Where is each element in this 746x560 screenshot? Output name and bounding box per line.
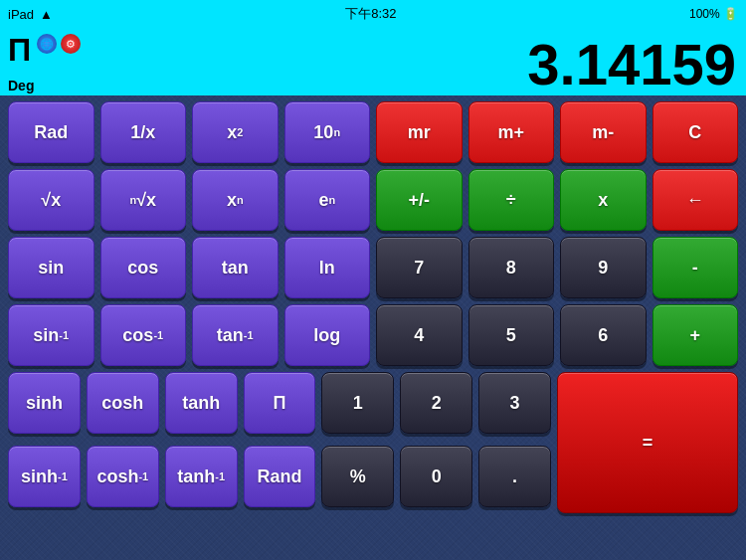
atan-button[interactable]: tan-1 — [192, 304, 279, 366]
one-button[interactable]: 1 — [321, 372, 394, 434]
tan-button[interactable]: tan — [192, 237, 279, 298]
nine-button[interactable]: 9 — [560, 237, 647, 298]
acosh-button[interactable]: cosh-1 — [87, 446, 159, 507]
equals-button[interactable]: = — [557, 372, 738, 513]
display-pi-symbol: Π — [8, 32, 31, 66]
six-button[interactable]: 6 — [560, 304, 647, 366]
wifi-icon: ▲ — [40, 7, 53, 22]
rand-button[interactable]: Rand — [244, 446, 316, 507]
eight-button[interactable]: 8 — [468, 237, 555, 298]
device-label: iPad — [8, 7, 34, 22]
button-row-5: sinh cosh tanh Π 1 2 3 — [8, 372, 551, 434]
button-rows-5-6: sinh cosh tanh Π 1 2 3 sinh-1 cosh-1 tan… — [8, 372, 738, 513]
percent-button[interactable]: % — [321, 446, 394, 507]
button-row-3: sin cos tan ln 7 8 9 - — [8, 237, 738, 298]
two-button[interactable]: 2 — [400, 372, 472, 434]
rows-5-6-left: sinh cosh tanh Π 1 2 3 sinh-1 cosh-1 tan… — [8, 372, 551, 513]
ln-button[interactable]: ln — [284, 237, 371, 298]
atanh-button[interactable]: tanh-1 — [165, 446, 238, 507]
status-left: iPad ▲ — [8, 7, 53, 22]
equals-container: = — [557, 372, 738, 513]
seven-button[interactable]: 7 — [376, 237, 463, 298]
log-button[interactable]: log — [284, 304, 371, 366]
inverse-button[interactable]: 1/x — [100, 101, 187, 163]
backspace-button[interactable]: ← — [653, 169, 739, 231]
settings-icon[interactable]: ⚙ — [61, 34, 81, 54]
calc-body: Rad 1/x x2 10n mr m+ m- C √x n√x xn en +… — [0, 95, 746, 560]
tanh-button[interactable]: tanh — [165, 372, 238, 434]
four-button[interactable]: 4 — [376, 304, 463, 366]
button-row-4: sin-1 cos-1 tan-1 log 4 5 6 + — [8, 304, 738, 366]
five-button[interactable]: 5 — [468, 304, 555, 366]
ten-power-button[interactable]: 10n — [284, 101, 371, 163]
asin-button[interactable]: sin-1 — [8, 304, 94, 366]
nth-root-button[interactable]: n√x — [100, 169, 187, 231]
status-bar: iPad ▲ 下午8:32 100% 🔋 — [0, 0, 746, 28]
angle-mode-label: Deg — [8, 78, 34, 93]
e-power-n-button[interactable]: en — [284, 169, 371, 231]
mminus-button[interactable]: m- — [560, 101, 647, 163]
three-button[interactable]: 3 — [478, 372, 551, 434]
cos-button[interactable]: cos — [100, 237, 187, 298]
x-power-n-button[interactable]: xn — [192, 169, 279, 231]
time-display: 下午8:32 — [345, 5, 396, 23]
button-row-1: Rad 1/x x2 10n mr m+ m- C — [8, 101, 738, 163]
rad-button[interactable]: Rad — [8, 101, 94, 163]
pi-button[interactable]: Π — [244, 372, 316, 434]
sin-button[interactable]: sin — [8, 237, 94, 298]
asinh-button[interactable]: sinh-1 — [8, 446, 81, 507]
cosh-button[interactable]: cosh — [87, 372, 159, 434]
globe-icon[interactable]: 🌐 — [37, 34, 57, 54]
zero-button[interactable]: 0 — [400, 446, 472, 507]
multiply-button[interactable]: x — [560, 169, 647, 231]
button-row-6: sinh-1 cosh-1 tanh-1 Rand % 0 . — [8, 446, 551, 507]
display-number: 3.14159 — [527, 36, 736, 93]
display-area: Π 🌐 ⚙ Deg 3.14159 — [0, 28, 746, 95]
square-button[interactable]: x2 — [192, 101, 279, 163]
plus-button[interactable]: + — [653, 304, 739, 366]
mplus-button[interactable]: m+ — [468, 101, 555, 163]
minus-button[interactable]: - — [653, 237, 739, 298]
battery-status: 100% 🔋 — [689, 7, 738, 21]
plusminus-button[interactable]: +/- — [376, 169, 463, 231]
button-row-2: √x n√x xn en +/- ÷ x ← — [8, 169, 738, 231]
decimal-button[interactable]: . — [478, 446, 551, 507]
sqrt-button[interactable]: √x — [8, 169, 94, 231]
clear-button[interactable]: C — [653, 101, 739, 163]
mr-button[interactable]: mr — [376, 101, 463, 163]
sinh-button[interactable]: sinh — [8, 372, 81, 434]
acos-button[interactable]: cos-1 — [100, 304, 187, 366]
divide-button[interactable]: ÷ — [468, 169, 555, 231]
